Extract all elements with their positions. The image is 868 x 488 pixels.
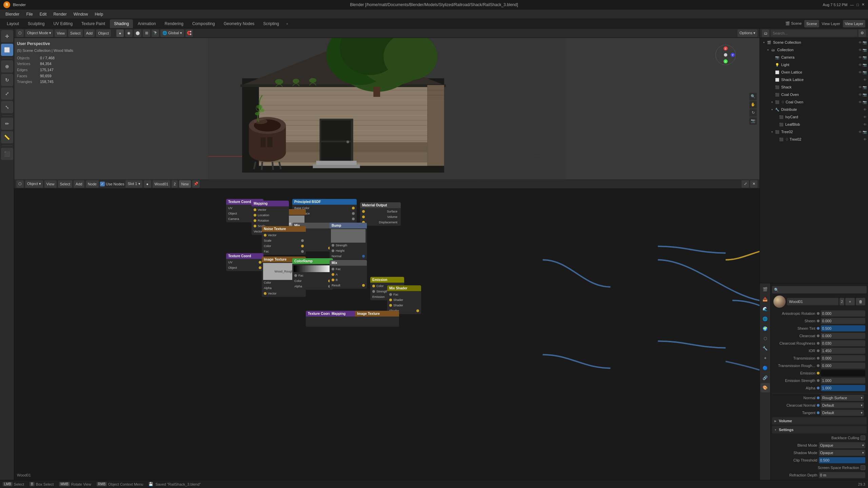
viewport-navigation-gizmo[interactable]: Z Y X [712, 41, 739, 68]
eye-icon[interactable]: 👁 [859, 48, 862, 52]
props-tab-physics[interactable]: 🔵 [761, 363, 770, 373]
prop-dot[interactable] [817, 312, 820, 315]
render-icon[interactable]: 📷 [863, 41, 867, 44]
props-tab-constraints[interactable]: 🔗 [761, 373, 770, 383]
visibility-icons[interactable]: 👁 📷 [859, 85, 867, 89]
prop-dot[interactable] [817, 379, 820, 382]
object-menu[interactable]: Object [96, 29, 111, 37]
tool-rotate[interactable]: ↻ [1, 74, 13, 86]
node-material-output[interactable]: Material Output Surface Volume [360, 202, 401, 226]
visibility-icons[interactable]: 👁 📷 [859, 130, 867, 134]
node-pin-btn[interactable]: 📌 [192, 180, 200, 188]
normal-value[interactable]: Rough Surface [821, 395, 864, 401]
outliner-item-coal-oven-1[interactable]: ⬛ Coal Oven 👁 📷 [760, 91, 868, 98]
tab-add-button[interactable]: + [284, 20, 291, 27]
visibility-icons[interactable]: 👁 📷 [859, 48, 867, 52]
tab-texture-paint[interactable]: Texture Paint [77, 19, 109, 28]
eye-icon[interactable]: 👁 [859, 56, 862, 59]
prop-value-field[interactable]: 0.000 [821, 310, 866, 317]
visibility-icons[interactable]: 👁 [863, 138, 867, 141]
prop-value-field[interactable]: 1.000 [821, 385, 866, 391]
tool-cursor[interactable]: ✛ [1, 30, 13, 42]
prop-dot[interactable] [817, 364, 820, 367]
clearcoat-normal-value[interactable]: Default [821, 402, 864, 408]
material-count-btn[interactable]: 2 [172, 180, 178, 188]
prop-dot[interactable] [817, 327, 820, 330]
prop-value-field[interactable]: 0.000 [821, 318, 866, 324]
tool-scale[interactable]: ⤢ [1, 87, 13, 100]
render-icon[interactable]: 📷 [863, 63, 867, 67]
prop-dot[interactable] [817, 372, 820, 374]
visibility-icons[interactable]: 👁 [863, 108, 867, 111]
render-icon[interactable]: 📷 [863, 130, 867, 134]
outliner-item-tree02-1[interactable]: ▾ ⬛ Tree02 👁 📷 [760, 128, 868, 136]
prop-dot[interactable] [817, 334, 820, 337]
menu-help[interactable]: Help [92, 11, 106, 17]
render-icon[interactable]: 📷 [863, 48, 867, 52]
prop-dot[interactable] [817, 320, 820, 322]
prop-value-field[interactable]: 1.000 [821, 378, 866, 384]
tool-annotate[interactable]: ✏ [1, 118, 13, 130]
pan-btn[interactable]: ✋ [749, 101, 757, 108]
eye-icon[interactable]: 👁 [859, 41, 862, 44]
prop-value-field[interactable]: 1.450 [821, 348, 866, 354]
render-icon[interactable]: 📷 [863, 100, 867, 104]
outliner-search-input[interactable] [771, 30, 857, 37]
ssr-checkbox[interactable] [861, 465, 865, 470]
shadow-mode-value[interactable]: Opaque [819, 450, 866, 456]
visibility-icons[interactable]: 👁 📷 [859, 56, 867, 59]
node-canvas[interactable]: Material Output Surface Volume [14, 189, 760, 480]
tab-compositing[interactable]: Compositing [188, 19, 219, 28]
eye-icon[interactable]: 👁 [863, 115, 867, 119]
props-tab-object[interactable]: ⬡ [761, 334, 770, 343]
use-nodes-checkbox[interactable]: ✓ [100, 182, 105, 186]
visibility-icons[interactable]: 👁 📷 [859, 93, 867, 97]
viewport-3d-canvas[interactable]: User Perspective (5) Scene Collection | … [14, 38, 760, 179]
outliner-item-ivycard[interactable]: ⬛ IvyCard 👁 [760, 113, 868, 121]
node-view-btn[interactable]: View [44, 180, 57, 188]
zoom-in-btn[interactable]: 🔍 [749, 93, 757, 100]
menu-blender[interactable]: Blender [3, 11, 22, 17]
eye-icon[interactable]: 👁 [859, 93, 862, 97]
clip-threshold-value[interactable]: 0.500 [819, 457, 866, 463]
rotate-view-btn[interactable]: ↻ [749, 109, 757, 117]
tool-measure[interactable]: 📏 [1, 131, 13, 143]
visibility-icons[interactable]: 👁 📷 [859, 63, 867, 67]
outliner-item-scene-collection[interactable]: ▾ 🎬 Scene Collection 👁 📷 [760, 39, 868, 46]
outliner-item-shack[interactable]: ⬛ Shack 👁 📷 [760, 83, 868, 91]
viewport-gizmo-btn[interactable]: 🔭 [152, 29, 159, 37]
render-icon[interactable]: 📷 [863, 70, 867, 74]
render-icon[interactable]: 📷 [863, 56, 867, 59]
node-close-btn[interactable]: ✕ [750, 180, 757, 188]
prop-value-field[interactable]: 0.000 [821, 355, 866, 361]
options-btn[interactable]: Options ▾ [737, 29, 757, 37]
tool-move[interactable]: ⊕ [1, 60, 13, 73]
prop-value-field[interactable]: 0.000 [821, 363, 866, 369]
props-tab-output[interactable]: 📤 [761, 294, 770, 304]
volume-section-header[interactable]: ▶ Volume [772, 417, 867, 425]
node-object-btn[interactable]: Object ▾ [25, 180, 43, 188]
window-maximize-icon[interactable]: □ [856, 3, 859, 7]
snap-btn[interactable]: 🧲 [185, 29, 193, 37]
select-menu[interactable]: Select [68, 29, 83, 37]
node-texture-coord-2[interactable]: Texture Coord UV Object [226, 253, 263, 271]
outliner-item-leafblob[interactable]: ⬛ LeafBlob 👁 [760, 121, 868, 128]
backface-culling-checkbox[interactable] [861, 435, 865, 440]
node-image-texture-3[interactable]: Image Texture [355, 311, 399, 327]
global-transform-btn[interactable]: 🌐 Global ▾ [160, 29, 184, 37]
visibility-icons[interactable]: 👁 📷 [859, 100, 867, 104]
eye-icon[interactable]: 👁 [859, 63, 862, 67]
node-material-preview-btn[interactable]: ● [144, 180, 151, 188]
eye-icon[interactable]: 👁 [863, 78, 867, 82]
outliner-item-camera[interactable]: 📷 Camera 👁 📷 [760, 54, 868, 61]
normal-dot[interactable] [817, 396, 820, 399]
clearcoat-normal-dot[interactable] [817, 404, 820, 407]
node-zoom-btn[interactable]: ⤢ [742, 180, 749, 188]
menu-render[interactable]: Render [51, 11, 69, 17]
scene-selector[interactable]: Scene [804, 20, 819, 27]
window-minimize-icon[interactable]: — [850, 3, 854, 7]
eye-icon[interactable]: 👁 [863, 138, 867, 141]
node-add-btn[interactable]: Add [74, 180, 84, 188]
visibility-icons[interactable]: 👁 📷 [859, 41, 867, 44]
tab-uv-editing[interactable]: UV Editing [49, 19, 77, 28]
